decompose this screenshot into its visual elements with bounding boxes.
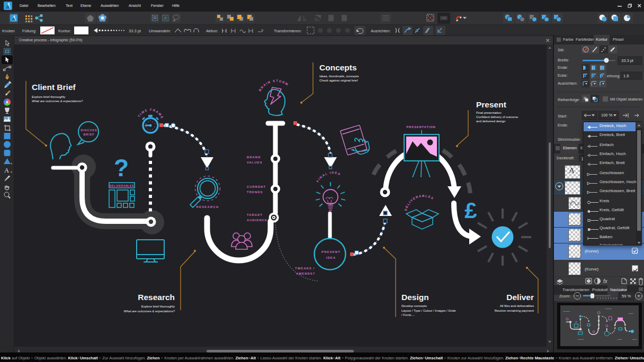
svg-text:Mit Objekt skalieren: Mit Objekt skalieren bbox=[610, 97, 643, 102]
svg-text:BRAIN STORM: BRAIN STORM bbox=[258, 79, 290, 92]
svg-text:DELIVERABLES: DELIVERABLES bbox=[404, 194, 435, 211]
svg-text:All files and deliverables: All files and deliverables bbox=[500, 304, 534, 307]
svg-text:59 %: 59 % bbox=[622, 294, 631, 298]
svg-text:RESEARCH: RESEARCH bbox=[196, 205, 219, 209]
svg-text:DELIVERABLES: DELIVERABLES bbox=[110, 184, 134, 187]
svg-text:PRESENTATION: PRESENTATION bbox=[406, 125, 435, 129]
svg-text:IDEA: IDEA bbox=[326, 256, 336, 259]
svg-text:33.3 pt: 33.3 pt bbox=[621, 58, 634, 63]
svg-text:A: A bbox=[4, 167, 9, 174]
svg-text:?: ? bbox=[575, 321, 577, 324]
svg-text:Deliver: Deliver bbox=[506, 293, 534, 302]
svg-text:BRIEF: BRIEF bbox=[83, 133, 94, 136]
svg-text:Develop concepts: Develop concepts bbox=[401, 304, 427, 307]
svg-text:Layout / Type / Colour / Image: Layout / Type / Colour / Images / Grids bbox=[401, 309, 456, 312]
svg-text:Check against original brief: Check against original brief bbox=[319, 79, 358, 82]
svg-text:CURRENT: CURRENT bbox=[247, 185, 266, 188]
svg-text:AUDIENCE: AUDIENCE bbox=[247, 219, 267, 222]
svg-text:VALUES: VALUES bbox=[247, 161, 263, 164]
svg-text:Present: Present bbox=[628, 313, 633, 314]
svg-text:Explore brief thoroughly: Explore brief thoroughly bbox=[141, 305, 175, 308]
svg-text:TRENDS: TRENDS bbox=[247, 191, 263, 194]
svg-text:Concepts: Concepts bbox=[319, 63, 357, 72]
svg-text:Final presentation: Final presentation bbox=[476, 111, 502, 114]
svg-text:£: £ bbox=[464, 198, 477, 223]
svg-text:DISCUSS: DISCUSS bbox=[81, 129, 97, 132]
svg-text:and delivered design: and delivered design bbox=[476, 120, 505, 123]
svg-text:What are outcomes & expectatio: What are outcomes & expectations? bbox=[124, 310, 175, 313]
svg-text:Design: Design bbox=[401, 293, 429, 302]
svg-text:1.5: 1.5 bbox=[623, 74, 629, 78]
svg-text:ehrung:: ehrung: bbox=[607, 74, 620, 78]
svg-text:Client Brief: Client Brief bbox=[32, 83, 76, 92]
svg-text:Research: Research bbox=[578, 339, 584, 340]
svg-text:FINAL IDEA: FINAL IDEA bbox=[316, 171, 342, 183]
svg-text:PRESENT: PRESENT bbox=[321, 250, 341, 254]
svg-text:?: ? bbox=[114, 154, 129, 182]
svg-text:What are outcomes & expectatio: What are outcomes & expectations? bbox=[32, 99, 83, 103]
svg-text:100 %: 100 % bbox=[601, 113, 613, 117]
svg-text:Design: Design bbox=[618, 339, 622, 340]
svg-text:TARGET: TARGET bbox=[247, 213, 263, 216]
svg-text:fx: fx bbox=[603, 278, 608, 284]
svg-text:/ Fonts....: / Fonts.... bbox=[401, 313, 415, 316]
svg-text:Present: Present bbox=[476, 100, 506, 109]
svg-text:Confident delivery of outcome: Confident delivery of outcome bbox=[476, 115, 518, 119]
svg-text:Deliver: Deliver bbox=[632, 339, 637, 340]
svg-text:Explore brief thoroughly: Explore brief thoroughly bbox=[32, 95, 65, 98]
svg-text:Client Brief: Client Brief bbox=[563, 311, 570, 312]
svg-text:BRAND: BRAND bbox=[247, 156, 261, 159]
svg-text:Concepts: Concepts bbox=[605, 308, 612, 310]
svg-text:TWEAKS /: TWEAKS / bbox=[295, 267, 315, 270]
svg-text:Ideas, thumbnails, concepts: Ideas, thumbnails, concepts bbox=[319, 75, 359, 78]
svg-text:Receive remaining payment: Receive remaining payment bbox=[495, 309, 534, 312]
svg-text:Research: Research bbox=[138, 293, 175, 302]
